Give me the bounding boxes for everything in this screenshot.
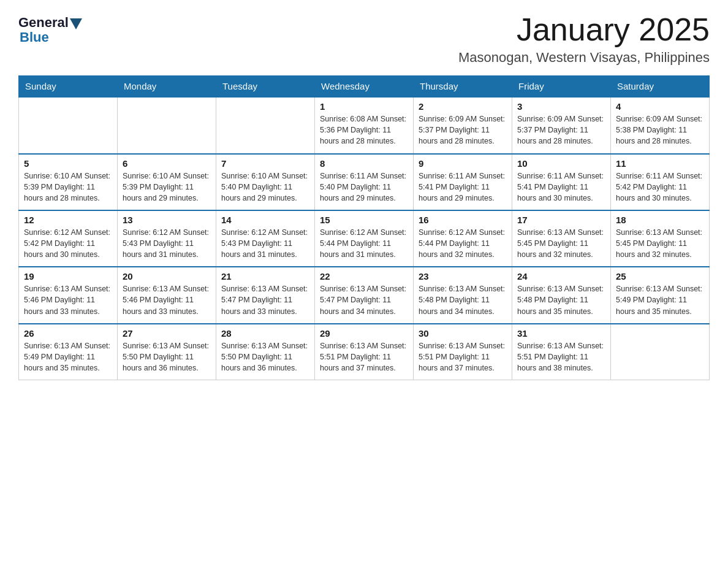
calendar-cell: 6Sunrise: 6:10 AM Sunset: 5:39 PM Daylig… [118, 154, 216, 210]
calendar-cell: 17Sunrise: 6:13 AM Sunset: 5:45 PM Dayli… [512, 210, 611, 267]
day-number: 17 [517, 215, 605, 225]
logo-triangle-icon [70, 18, 82, 29]
calendar-header-row: SundayMondayTuesdayWednesdayThursdayFrid… [19, 76, 710, 98]
day-number: 20 [123, 271, 211, 282]
day-info: Sunrise: 6:13 AM Sunset: 5:48 PM Dayligh… [419, 283, 507, 316]
day-number: 9 [419, 158, 507, 169]
calendar-cell [216, 97, 315, 153]
day-info: Sunrise: 6:13 AM Sunset: 5:45 PM Dayligh… [616, 227, 704, 260]
day-info: Sunrise: 6:13 AM Sunset: 5:51 PM Dayligh… [320, 340, 408, 373]
page-header: General Blue January 2025 Masonogan, Wes… [18, 12, 710, 66]
calendar-cell: 1Sunrise: 6:08 AM Sunset: 5:36 PM Daylig… [315, 97, 414, 153]
day-info: Sunrise: 6:08 AM Sunset: 5:36 PM Dayligh… [320, 113, 408, 147]
calendar-cell: 22Sunrise: 6:13 AM Sunset: 5:47 PM Dayli… [315, 267, 414, 323]
calendar-day-header: Sunday [19, 76, 118, 98]
day-info: Sunrise: 6:13 AM Sunset: 5:46 PM Dayligh… [123, 283, 211, 316]
calendar-cell: 8Sunrise: 6:11 AM Sunset: 5:40 PM Daylig… [315, 154, 414, 210]
day-info: Sunrise: 6:13 AM Sunset: 5:49 PM Dayligh… [24, 340, 112, 373]
calendar-cell [118, 97, 216, 153]
calendar-cell: 23Sunrise: 6:13 AM Sunset: 5:48 PM Dayli… [414, 267, 512, 323]
calendar-day-header: Thursday [414, 76, 512, 98]
day-number: 26 [24, 328, 112, 339]
day-number: 7 [221, 158, 309, 169]
calendar-cell: 2Sunrise: 6:09 AM Sunset: 5:37 PM Daylig… [414, 97, 512, 153]
day-number: 10 [517, 158, 605, 169]
day-number: 22 [320, 271, 408, 282]
logo: General Blue [18, 12, 82, 45]
calendar-cell: 19Sunrise: 6:13 AM Sunset: 5:46 PM Dayli… [19, 267, 118, 323]
calendar-cell: 4Sunrise: 6:09 AM Sunset: 5:38 PM Daylig… [611, 97, 710, 153]
page-subtitle: Masonogan, Western Visayas, Philippines [458, 50, 710, 66]
day-info: Sunrise: 6:11 AM Sunset: 5:41 PM Dayligh… [419, 170, 507, 204]
calendar-cell [611, 324, 710, 380]
day-info: Sunrise: 6:13 AM Sunset: 5:45 PM Dayligh… [517, 227, 605, 260]
day-number: 25 [616, 271, 704, 282]
logo-general-text: General [18, 15, 69, 31]
calendar-cell: 18Sunrise: 6:13 AM Sunset: 5:45 PM Dayli… [611, 210, 710, 267]
day-number: 12 [24, 215, 112, 225]
calendar-cell: 24Sunrise: 6:13 AM Sunset: 5:48 PM Dayli… [512, 267, 611, 323]
day-info: Sunrise: 6:13 AM Sunset: 5:46 PM Dayligh… [24, 283, 112, 316]
calendar-day-header: Monday [118, 76, 216, 98]
calendar-week-row: 12Sunrise: 6:12 AM Sunset: 5:42 PM Dayli… [19, 210, 710, 267]
day-number: 2 [419, 101, 507, 112]
calendar-table: SundayMondayTuesdayWednesdayThursdayFrid… [18, 75, 710, 380]
calendar-day-header: Tuesday [216, 76, 315, 98]
day-number: 21 [221, 271, 309, 282]
calendar-cell: 12Sunrise: 6:12 AM Sunset: 5:42 PM Dayli… [19, 210, 118, 267]
day-number: 3 [517, 101, 605, 112]
day-number: 6 [123, 158, 211, 169]
calendar-cell: 15Sunrise: 6:12 AM Sunset: 5:44 PM Dayli… [315, 210, 414, 267]
day-number: 23 [419, 271, 507, 282]
page-title: January 2025 [458, 12, 710, 47]
calendar-cell: 30Sunrise: 6:13 AM Sunset: 5:51 PM Dayli… [414, 324, 512, 380]
day-number: 24 [517, 271, 605, 282]
day-info: Sunrise: 6:13 AM Sunset: 5:47 PM Dayligh… [221, 283, 309, 316]
day-number: 13 [123, 215, 211, 225]
day-number: 18 [616, 215, 704, 225]
calendar-cell: 5Sunrise: 6:10 AM Sunset: 5:39 PM Daylig… [19, 154, 118, 210]
calendar-cell: 9Sunrise: 6:11 AM Sunset: 5:41 PM Daylig… [414, 154, 512, 210]
day-info: Sunrise: 6:13 AM Sunset: 5:47 PM Dayligh… [320, 283, 408, 316]
day-info: Sunrise: 6:11 AM Sunset: 5:40 PM Dayligh… [320, 170, 408, 204]
day-info: Sunrise: 6:13 AM Sunset: 5:50 PM Dayligh… [221, 340, 309, 373]
calendar-day-header: Saturday [611, 76, 710, 98]
calendar-cell: 21Sunrise: 6:13 AM Sunset: 5:47 PM Dayli… [216, 267, 315, 323]
calendar-cell: 27Sunrise: 6:13 AM Sunset: 5:50 PM Dayli… [118, 324, 216, 380]
calendar-cell: 10Sunrise: 6:11 AM Sunset: 5:41 PM Dayli… [512, 154, 611, 210]
day-number: 29 [320, 328, 408, 339]
day-number: 5 [24, 158, 112, 169]
day-info: Sunrise: 6:10 AM Sunset: 5:40 PM Dayligh… [221, 170, 309, 204]
calendar-week-row: 19Sunrise: 6:13 AM Sunset: 5:46 PM Dayli… [19, 267, 710, 323]
day-number: 14 [221, 215, 309, 225]
calendar-cell: 13Sunrise: 6:12 AM Sunset: 5:43 PM Dayli… [118, 210, 216, 267]
calendar-cell: 29Sunrise: 6:13 AM Sunset: 5:51 PM Dayli… [315, 324, 414, 380]
title-section: January 2025 Masonogan, Western Visayas,… [458, 12, 710, 66]
day-info: Sunrise: 6:12 AM Sunset: 5:44 PM Dayligh… [419, 227, 507, 260]
calendar-week-row: 5Sunrise: 6:10 AM Sunset: 5:39 PM Daylig… [19, 154, 710, 210]
day-info: Sunrise: 6:11 AM Sunset: 5:41 PM Dayligh… [517, 170, 605, 204]
calendar-cell: 16Sunrise: 6:12 AM Sunset: 5:44 PM Dayli… [414, 210, 512, 267]
day-info: Sunrise: 6:10 AM Sunset: 5:39 PM Dayligh… [123, 170, 211, 204]
calendar-cell: 7Sunrise: 6:10 AM Sunset: 5:40 PM Daylig… [216, 154, 315, 210]
day-info: Sunrise: 6:11 AM Sunset: 5:42 PM Dayligh… [616, 170, 704, 204]
day-number: 15 [320, 215, 408, 225]
calendar-week-row: 1Sunrise: 6:08 AM Sunset: 5:36 PM Daylig… [19, 97, 710, 153]
day-number: 27 [123, 328, 211, 339]
day-info: Sunrise: 6:12 AM Sunset: 5:43 PM Dayligh… [123, 227, 211, 260]
day-info: Sunrise: 6:09 AM Sunset: 5:38 PM Dayligh… [616, 113, 704, 147]
day-info: Sunrise: 6:12 AM Sunset: 5:42 PM Dayligh… [24, 227, 112, 260]
calendar-cell: 26Sunrise: 6:13 AM Sunset: 5:49 PM Dayli… [19, 324, 118, 380]
calendar-cell [19, 97, 118, 153]
day-number: 1 [320, 101, 408, 112]
calendar-cell: 11Sunrise: 6:11 AM Sunset: 5:42 PM Dayli… [611, 154, 710, 210]
calendar-day-header: Friday [512, 76, 611, 98]
day-info: Sunrise: 6:09 AM Sunset: 5:37 PM Dayligh… [517, 113, 605, 147]
calendar-week-row: 26Sunrise: 6:13 AM Sunset: 5:49 PM Dayli… [19, 324, 710, 380]
calendar-cell: 28Sunrise: 6:13 AM Sunset: 5:50 PM Dayli… [216, 324, 315, 380]
day-number: 16 [419, 215, 507, 225]
calendar-cell: 3Sunrise: 6:09 AM Sunset: 5:37 PM Daylig… [512, 97, 611, 153]
calendar-cell: 25Sunrise: 6:13 AM Sunset: 5:49 PM Dayli… [611, 267, 710, 323]
day-number: 8 [320, 158, 408, 169]
day-info: Sunrise: 6:09 AM Sunset: 5:37 PM Dayligh… [419, 113, 507, 147]
